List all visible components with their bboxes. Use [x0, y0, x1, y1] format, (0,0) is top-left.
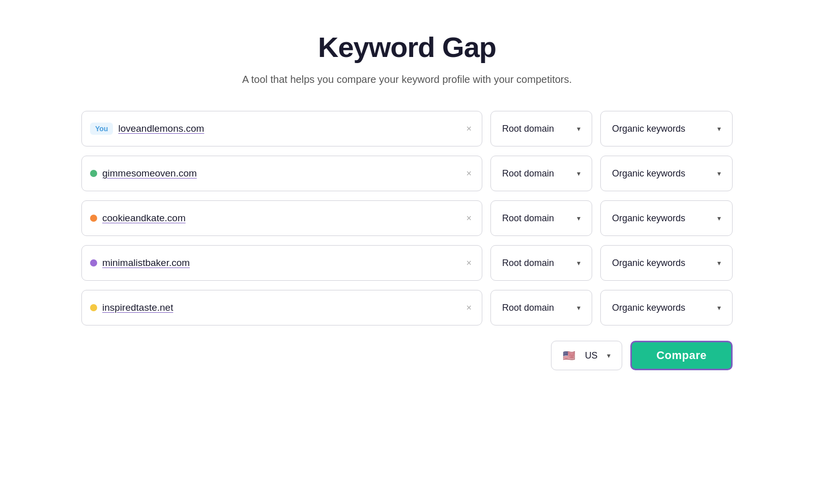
- keyword-type-label-2: Organic keywords: [612, 168, 685, 179]
- keyword-type-label-5: Organic keywords: [612, 303, 685, 313]
- chevron-down-icon-6: ▾: [717, 214, 721, 222]
- chevron-down-icon-4: ▾: [717, 169, 721, 177]
- domain-input-4[interactable]: [102, 257, 459, 269]
- domain-type-dropdown-1[interactable]: Root domain ▾: [490, 111, 592, 146]
- chevron-down-icon-2: ▾: [717, 125, 721, 133]
- domain-input-wrapper-1: You ×: [81, 111, 482, 146]
- keyword-row-3: × Root domain ▾ Organic keywords ▾: [81, 200, 733, 236]
- keyword-row-1: You × Root domain ▾ Organic keywords ▾: [81, 111, 733, 146]
- keyword-type-dropdown-1[interactable]: Organic keywords ▾: [600, 111, 733, 146]
- chevron-down-icon-1: ▾: [577, 125, 580, 133]
- main-content: You × Root domain ▾ Organic keywords ▾ ×…: [81, 111, 733, 370]
- you-badge: You: [90, 123, 113, 135]
- chevron-down-icon-8: ▾: [717, 259, 721, 267]
- compare-button[interactable]: Compare: [630, 341, 733, 370]
- domain-input-wrapper-5: ×: [81, 290, 482, 325]
- country-selector[interactable]: 🇺🇸 US ▾: [551, 341, 622, 370]
- domain-input-5[interactable]: [102, 302, 459, 313]
- keyword-type-label-4: Organic keywords: [612, 258, 685, 269]
- domain-input-1[interactable]: [118, 123, 459, 134]
- dot-yellow-5: [90, 304, 97, 311]
- domain-type-dropdown-5[interactable]: Root domain ▾: [490, 290, 592, 325]
- keyword-type-dropdown-2[interactable]: Organic keywords ▾: [600, 156, 733, 191]
- domain-input-3[interactable]: [102, 213, 459, 224]
- chevron-down-icon-10: ▾: [717, 304, 721, 312]
- clear-button-4[interactable]: ×: [464, 256, 474, 271]
- domain-input-wrapper-4: ×: [81, 245, 482, 281]
- domain-type-dropdown-2[interactable]: Root domain ▾: [490, 156, 592, 191]
- domain-type-dropdown-4[interactable]: Root domain ▾: [490, 245, 592, 281]
- keyword-type-dropdown-4[interactable]: Organic keywords ▾: [600, 245, 733, 281]
- domain-type-label-2: Root domain: [502, 168, 554, 179]
- keyword-row-2: × Root domain ▾ Organic keywords ▾: [81, 156, 733, 191]
- domain-type-label-3: Root domain: [502, 213, 554, 224]
- keyword-type-dropdown-3[interactable]: Organic keywords ▾: [600, 200, 733, 236]
- domain-input-wrapper-2: ×: [81, 156, 482, 191]
- keyword-row-5: × Root domain ▾ Organic keywords ▾: [81, 290, 733, 325]
- keyword-type-label-1: Organic keywords: [612, 124, 685, 134]
- domain-type-dropdown-3[interactable]: Root domain ▾: [490, 200, 592, 236]
- dot-orange-3: [90, 215, 97, 222]
- keyword-type-dropdown-5[interactable]: Organic keywords ▾: [600, 290, 733, 325]
- chevron-down-icon-country: ▾: [607, 351, 610, 360]
- domain-type-label-4: Root domain: [502, 258, 554, 269]
- domain-type-label-1: Root domain: [502, 124, 554, 134]
- country-code-label: US: [585, 350, 598, 361]
- dot-green-2: [90, 170, 97, 177]
- bottom-actions: 🇺🇸 US ▾ Compare: [81, 341, 733, 370]
- domain-input-wrapper-3: ×: [81, 200, 482, 236]
- chevron-down-icon-5: ▾: [577, 214, 580, 222]
- dot-purple-4: [90, 259, 97, 266]
- chevron-down-icon-7: ▾: [577, 259, 580, 267]
- clear-button-3[interactable]: ×: [464, 211, 474, 226]
- keyword-row-4: × Root domain ▾ Organic keywords ▾: [81, 245, 733, 281]
- page-title: Keyword Gap: [318, 31, 496, 64]
- keyword-type-label-3: Organic keywords: [612, 213, 685, 224]
- domain-input-2[interactable]: [102, 168, 459, 179]
- country-flag-icon: 🇺🇸: [563, 349, 575, 362]
- chevron-down-icon-3: ▾: [577, 169, 580, 177]
- domain-type-label-5: Root domain: [502, 303, 554, 313]
- page-subtitle: A tool that helps you compare your keywo…: [242, 74, 572, 85]
- chevron-down-icon-9: ▾: [577, 304, 580, 312]
- clear-button-5[interactable]: ×: [464, 301, 474, 315]
- clear-button-1[interactable]: ×: [464, 122, 474, 136]
- clear-button-2[interactable]: ×: [464, 166, 474, 181]
